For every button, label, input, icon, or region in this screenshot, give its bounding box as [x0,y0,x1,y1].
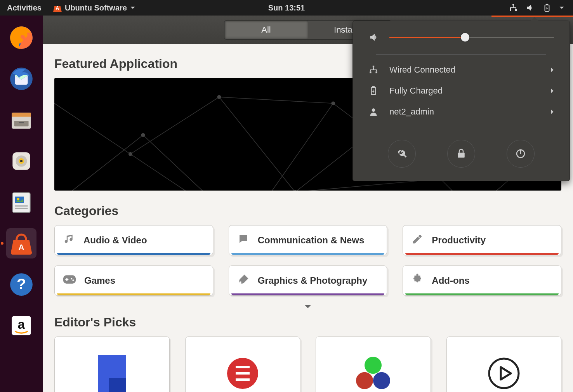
menu-separator [376,127,546,127]
dock-software[interactable]: A [6,228,36,258]
volume-row [353,32,570,50]
category-underline [405,293,559,295]
chevron-down-icon [304,304,312,310]
volume-icon [368,32,379,43]
sys-item-user[interactable]: net2_admin [353,101,570,122]
network-icon [509,3,518,12]
pick-card[interactable] [185,336,300,392]
chat-icon [238,233,249,247]
lock-icon [455,148,467,160]
sys-item-network[interactable]: Wired Connected [353,59,570,80]
dock-rhythmbox[interactable] [6,146,36,176]
pick-card[interactable] [446,336,562,392]
category-label: Add-ons [432,275,469,286]
editors-picks-grid [54,336,561,392]
edit-icon [412,233,423,247]
svg-rect-51 [458,153,465,158]
chevron-right-icon [550,109,554,114]
lock-button[interactable] [447,140,475,168]
volume-fill [389,37,465,38]
power-icon [515,148,526,160]
settings-button[interactable] [388,140,416,168]
svg-rect-8 [12,113,31,116]
expand-categories[interactable] [54,304,561,311]
category-label: Graphics & Photography [258,275,368,286]
pick-card[interactable] [316,336,431,392]
svg-point-31 [141,133,145,137]
svg-point-44 [489,359,519,388]
clock[interactable]: Sun 13:51 [268,3,305,12]
power-button[interactable] [507,140,535,168]
svg-text:a: a [18,317,25,331]
svg-rect-20 [15,208,28,209]
category-label: Audio & Video [83,235,147,246]
categories-grid: Audio & VideoCommunication & NewsProduct… [54,225,561,296]
sys-item-battery[interactable]: Fully Charged [353,80,570,101]
svg-point-41 [365,357,382,374]
dock-help[interactable]: ? [6,269,36,300]
tray-active-indicator [491,16,573,17]
svg-text:A: A [19,243,24,252]
sys-item-label: Fully Charged [389,86,443,96]
app-menu-label: Ubuntu Software [65,3,127,12]
category-underline [57,293,210,295]
action-row [353,132,570,170]
svg-point-43 [373,372,390,389]
svg-rect-9 [14,121,28,126]
category-underline [57,253,210,255]
volume-slider[interactable] [389,37,554,38]
category-graphics-photography[interactable]: Graphics & Photography [229,265,387,296]
category-underline [231,253,385,255]
volume-thumb[interactable] [461,33,469,42]
svg-rect-49 [372,86,375,87]
app-menu[interactable]: Ubuntu Software [49,3,140,12]
svg-point-27 [217,95,221,99]
activities-button[interactable]: Activities [0,3,49,12]
svg-rect-47 [375,71,377,73]
svg-rect-46 [370,71,371,73]
system-menu: Wired ConnectedFully Chargednet2_admin [352,21,570,181]
chevron-right-icon [550,67,554,73]
svg-rect-19 [15,205,28,206]
svg-point-42 [356,372,373,389]
category-add-ons[interactable]: Add-ons [403,265,561,296]
svg-point-50 [372,108,375,112]
category-communication-news[interactable]: Communication & News [229,225,387,255]
battery-icon [543,3,551,12]
dock-amazon[interactable]: a [6,310,36,341]
svg-rect-53 [520,149,521,154]
brush-icon [238,274,249,288]
category-label: Games [84,275,115,286]
svg-rect-1 [510,9,511,11]
sys-item-label: net2_admin [389,107,434,117]
svg-point-14 [20,160,23,162]
chevron-right-icon [550,88,554,94]
editors-picks-heading: Editor's Picks [54,315,561,330]
chevron-down-icon [559,5,564,10]
dock: A ? a [0,16,43,392]
category-games[interactable]: Games [54,265,213,296]
dock-thunderbird[interactable] [6,64,36,94]
svg-rect-0 [512,4,514,5]
svg-point-26 [128,152,132,156]
svg-rect-4 [546,4,548,5]
dock-files[interactable] [6,105,36,135]
gamepad-icon [63,274,76,288]
category-productivity[interactable]: Productivity [403,225,561,255]
puzzle-icon [412,274,423,288]
pick-card[interactable] [54,336,170,392]
tab-all[interactable]: All [224,21,308,39]
category-label: Productivity [432,235,486,246]
chevron-down-icon [130,5,135,10]
system-tray[interactable] [500,3,573,12]
settings-icon [396,148,408,160]
music-icon [63,233,75,247]
volume-icon [526,3,535,12]
categories-heading: Categories [54,204,561,218]
dock-firefox[interactable] [6,23,36,53]
ubuntu-software-icon [53,3,62,12]
category-underline [231,293,385,295]
dock-writer[interactable] [6,187,36,217]
top-bar: Activities Ubuntu Software Sun 13:51 [0,0,573,16]
category-audio-video[interactable]: Audio & Video [54,225,213,255]
